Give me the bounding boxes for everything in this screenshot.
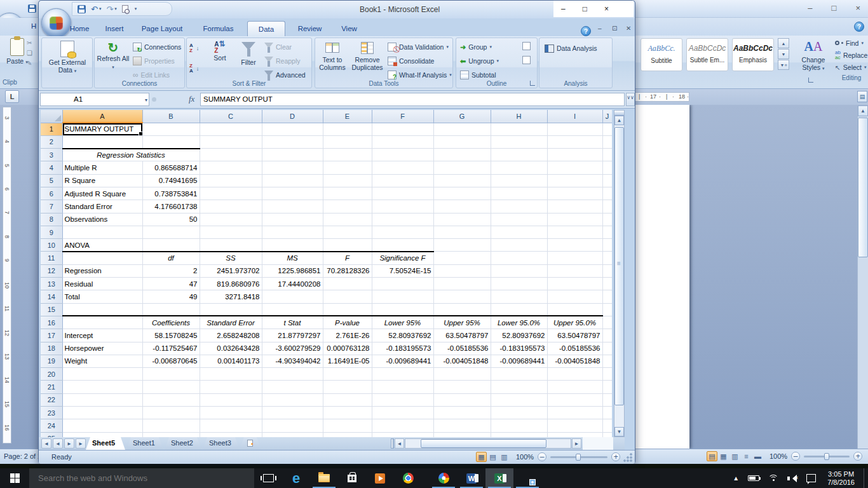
replace-button[interactable]: abac Replace bbox=[835, 49, 868, 61]
cell-J12[interactable] bbox=[602, 264, 612, 277]
cell-C22[interactable] bbox=[200, 393, 262, 406]
cell-I8[interactable] bbox=[547, 213, 602, 226]
cell-C17[interactable]: 2.658248208 bbox=[200, 329, 262, 342]
show-desktop-button[interactable] bbox=[864, 468, 868, 488]
column-header-D[interactable]: D bbox=[262, 110, 323, 123]
cell-E24[interactable] bbox=[323, 419, 372, 432]
row-header-1[interactable]: 1 bbox=[41, 123, 62, 135]
cell-A12[interactable]: Regression bbox=[62, 264, 142, 277]
cell-I12[interactable] bbox=[547, 264, 602, 277]
cell-C13[interactable]: 819.8680976 bbox=[200, 278, 262, 290]
cell-J16[interactable] bbox=[602, 316, 612, 329]
column-header-C[interactable]: C bbox=[200, 110, 262, 123]
action-center-icon[interactable] bbox=[806, 474, 816, 482]
word-zoom-out-button[interactable]: – bbox=[791, 452, 800, 461]
taskbar-store[interactable] bbox=[338, 468, 366, 488]
cell-H7[interactable] bbox=[491, 200, 547, 213]
cell-B11[interactable]: df bbox=[142, 252, 200, 264]
cell-H17[interactable]: 52.80937692 bbox=[491, 329, 547, 342]
cell-E6[interactable] bbox=[323, 187, 372, 200]
cell-A20[interactable] bbox=[62, 368, 142, 381]
cell-I23[interactable] bbox=[547, 407, 602, 419]
cell-I2[interactable] bbox=[547, 135, 602, 148]
cell-G23[interactable] bbox=[433, 407, 491, 419]
cell-A5[interactable]: R Square bbox=[62, 174, 142, 187]
show-detail-icon[interactable] bbox=[522, 42, 531, 50]
cell-G2[interactable] bbox=[433, 135, 491, 148]
row-header-25[interactable]: 25 bbox=[41, 432, 62, 437]
insert-function-icon[interactable]: fx bbox=[189, 94, 194, 104]
data-validation-button[interactable]: Data Validation ▾ bbox=[388, 41, 449, 53]
cell-J18[interactable] bbox=[602, 342, 612, 355]
cell-I5[interactable] bbox=[547, 174, 602, 187]
row-header-4[interactable]: 4 bbox=[41, 161, 62, 174]
cell-J17[interactable] bbox=[602, 329, 612, 342]
prev-sheet-icon[interactable]: ◄ bbox=[53, 438, 63, 449]
cell-F5[interactable] bbox=[372, 174, 433, 187]
cell-J10[interactable] bbox=[602, 239, 612, 252]
scroll-up-icon[interactable]: ▲ bbox=[858, 105, 868, 116]
cell-B4[interactable]: 0.865688714 bbox=[142, 161, 200, 174]
cell-D13[interactable]: 17.44400208 bbox=[262, 278, 323, 290]
cell-D7[interactable] bbox=[262, 200, 323, 213]
word-help-icon[interactable]: ? bbox=[854, 22, 864, 32]
find-button[interactable]: Find ▾ bbox=[835, 37, 868, 49]
cell-H14[interactable] bbox=[491, 290, 547, 303]
cell-A25[interactable] bbox=[62, 432, 142, 437]
select-button[interactable]: ↖ Select ▾ bbox=[835, 61, 868, 73]
cell-B2[interactable] bbox=[142, 135, 200, 148]
cell-G13[interactable] bbox=[433, 278, 491, 290]
cell-H9[interactable] bbox=[491, 226, 547, 238]
workbook-minimize-button[interactable]: – bbox=[598, 25, 602, 32]
cell-J4[interactable] bbox=[602, 161, 612, 174]
word-minimize-button[interactable]: – bbox=[808, 3, 812, 13]
cut-icon[interactable]: ✂ bbox=[27, 39, 37, 46]
cell-H13[interactable] bbox=[491, 278, 547, 290]
cell-A24[interactable] bbox=[62, 419, 142, 432]
select-all-corner[interactable] bbox=[41, 110, 62, 123]
styles-more-icon[interactable]: ▼≡ bbox=[778, 60, 789, 70]
cell-J20[interactable] bbox=[602, 368, 612, 381]
word-tab-home[interactable]: H bbox=[31, 22, 36, 30]
cell-F23[interactable] bbox=[372, 407, 433, 419]
excel-view-buttons[interactable]: ▦ ▤ ▥ bbox=[476, 452, 510, 462]
cell-G17[interactable]: 63.50478797 bbox=[433, 329, 491, 342]
cell-G10[interactable] bbox=[433, 239, 491, 252]
hscroll-left-icon[interactable]: ◄ bbox=[395, 438, 404, 449]
cell-D8[interactable] bbox=[262, 213, 323, 226]
cell-E15[interactable] bbox=[323, 303, 372, 316]
cell-D12[interactable]: 1225.986851 bbox=[262, 264, 323, 277]
sheet-tab-sheet2[interactable]: Sheet2 bbox=[165, 437, 201, 450]
cell-C2[interactable] bbox=[200, 135, 262, 148]
cell-F3[interactable] bbox=[372, 149, 433, 161]
excel-title-bar[interactable]: ↶▾ ↷▾ ▾ Book1 - Microsoft Excel – □ × bbox=[39, 1, 635, 18]
column-header-H[interactable]: H bbox=[491, 110, 547, 123]
cell-A21[interactable] bbox=[62, 381, 142, 393]
taskbar-media-player[interactable] bbox=[366, 468, 394, 488]
cell-E4[interactable] bbox=[323, 161, 372, 174]
name-box-dropdown-icon[interactable]: ▾ bbox=[145, 97, 147, 103]
name-box[interactable]: A1 ▾ bbox=[40, 93, 149, 106]
cell-D24[interactable] bbox=[262, 419, 323, 432]
cell-G3[interactable] bbox=[433, 149, 491, 161]
row-header-16[interactable]: 16 bbox=[41, 316, 62, 329]
taskbar-excel[interactable]: X bbox=[485, 468, 513, 488]
word-save-icon[interactable] bbox=[28, 4, 36, 13]
cell-A9[interactable] bbox=[62, 226, 142, 238]
tray-expand-icon[interactable]: ▲ bbox=[733, 475, 739, 482]
cell-C16[interactable]: Standard Error bbox=[200, 316, 262, 329]
cell-C4[interactable] bbox=[200, 161, 262, 174]
cell-E7[interactable] bbox=[323, 200, 372, 213]
cell-G7[interactable] bbox=[433, 200, 491, 213]
cell-B7[interactable]: 4.176601738 bbox=[142, 200, 200, 213]
cell-F10[interactable] bbox=[372, 239, 433, 252]
cell-A18[interactable]: Horsepower bbox=[62, 342, 142, 355]
cell-B1[interactable] bbox=[142, 123, 200, 135]
cell-F14[interactable] bbox=[372, 290, 433, 303]
vertical-scrollbar[interactable]: ▲ ▼ bbox=[614, 110, 625, 437]
cell-H10[interactable] bbox=[491, 239, 547, 252]
cell-G11[interactable] bbox=[433, 252, 491, 264]
cell-G16[interactable]: Upper 95% bbox=[433, 316, 491, 329]
row-header-3[interactable]: 3 bbox=[41, 149, 62, 161]
cell-J5[interactable] bbox=[602, 174, 612, 187]
